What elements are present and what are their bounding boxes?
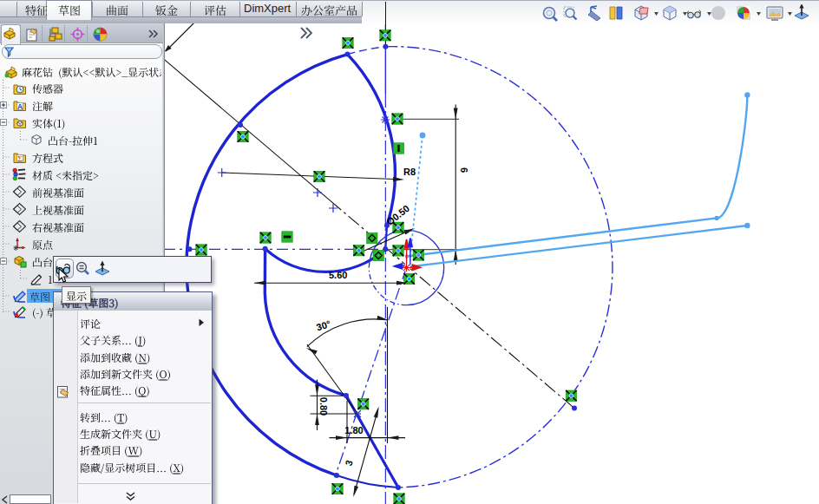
svg-text:0.80: 0.80 (318, 397, 329, 416)
svg-text:R8: R8 (403, 167, 416, 177)
svg-text:3: 3 (343, 459, 354, 467)
svg-text:5.60: 5.60 (329, 270, 347, 280)
svg-text:Σ: Σ (17, 154, 23, 163)
svg-text:6: 6 (459, 167, 469, 173)
svg-text:A: A (16, 102, 22, 111)
svg-text:1.80: 1.80 (344, 425, 363, 435)
